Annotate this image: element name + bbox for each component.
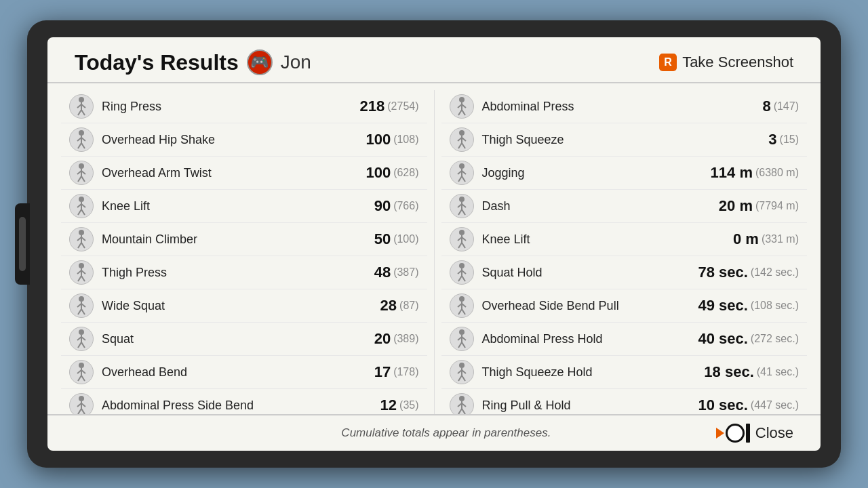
right-exercise-row: Jogging 114 m (6380 m) (441, 157, 808, 190)
svg-line-100 (458, 309, 462, 314)
left-exercise-row: Abdominal Press Side Bend 12 (35) (61, 389, 427, 414)
exercise-cumulative: (178) (393, 366, 418, 378)
exercise-value: 49 sec. (698, 297, 747, 314)
svg-line-40 (78, 309, 81, 314)
svg-point-48 (79, 363, 84, 368)
svg-point-102 (459, 329, 465, 335)
exercise-value: 50 (374, 230, 391, 248)
exercise-icon (450, 161, 474, 185)
svg-point-90 (459, 263, 465, 268)
exercise-icon (69, 161, 94, 185)
left-exercise-row: Thigh Press 48 (387) (61, 256, 427, 289)
left-exercise-row: Mountain Climber 50 (100) (61, 223, 427, 256)
exercise-name: Thigh Squeeze (482, 133, 769, 147)
svg-line-83 (462, 209, 465, 215)
exercise-icon (450, 94, 474, 119)
svg-line-35 (81, 276, 85, 281)
right-exercise-row: Overhead Side Bend Pull 49 sec. (108 sec… (441, 289, 808, 323)
svg-point-114 (459, 396, 465, 401)
close-label[interactable]: Close (755, 424, 793, 442)
svg-line-119 (462, 409, 465, 414)
right-exercise-row: Thigh Squeeze Hold 18 sec. (41 sec.) (441, 356, 808, 389)
right-exercise-row: Knee Lift 0 m (331 m) (441, 223, 808, 256)
right-exercise-row: Abdominal Press Hold 40 sec. (272 sec.) (441, 323, 808, 356)
svg-line-5 (81, 110, 85, 115)
svg-line-113 (462, 375, 465, 381)
exercise-value: 3 (768, 131, 776, 148)
screenshot-label[interactable]: Take Screenshot (682, 54, 793, 71)
svg-line-28 (78, 243, 81, 248)
svg-line-82 (458, 209, 462, 215)
exercise-cumulative: (41 sec.) (757, 366, 799, 378)
mario-icon: 🎮 (247, 49, 273, 75)
exercise-value: 100 (366, 164, 391, 182)
svg-line-34 (78, 276, 81, 281)
left-exercise-row: Overhead Hip Shake 100 (108) (61, 123, 427, 157)
svg-point-42 (79, 329, 84, 335)
screen: Today's Results 🎮 Jon R Take Screenshot (47, 37, 821, 451)
exercise-value: 78 sec. (698, 264, 747, 281)
exercise-cumulative: (147) (774, 100, 799, 113)
left-exercise-row: Squat 20 (389) (61, 323, 427, 356)
exercise-name: Jogging (482, 166, 711, 180)
exercise-cumulative: (15) (780, 134, 799, 146)
footer-note: Cumulative totals appear in parentheses. (176, 426, 716, 440)
svg-point-66 (459, 130, 465, 136)
exercise-cumulative: (87) (399, 300, 418, 312)
svg-line-106 (458, 342, 462, 348)
close-button[interactable]: Close (716, 424, 793, 443)
exercise-value: 218 (360, 98, 385, 115)
exercise-cumulative: (2754) (387, 100, 418, 113)
svg-line-118 (458, 409, 462, 414)
exercise-value: 20 m (719, 197, 753, 215)
header-right: R Take Screenshot (659, 54, 793, 71)
exercise-icon (69, 94, 94, 119)
svg-line-59 (81, 409, 85, 414)
right-exercise-row: Thigh Squeeze 3 (15) (441, 123, 808, 157)
svg-point-12 (79, 163, 84, 169)
exercise-icon (69, 194, 94, 218)
exercise-name: Overhead Side Bend Pull (482, 299, 698, 313)
exercise-name: Ring Press (102, 100, 360, 114)
svg-line-58 (78, 409, 81, 414)
svg-point-24 (79, 230, 84, 235)
exercise-name: Wide Squat (102, 299, 380, 313)
exercise-value: 0 m (733, 230, 759, 248)
svg-line-52 (78, 375, 81, 381)
exercise-icon (69, 293, 94, 318)
tablet: Today's Results 🎮 Jon R Take Screenshot (27, 20, 841, 468)
exercise-cumulative: (447 sec.) (751, 399, 799, 411)
svg-point-108 (459, 363, 465, 368)
exercise-value: 40 sec. (698, 330, 747, 348)
svg-line-70 (458, 143, 462, 148)
exercise-cumulative: (108) (393, 134, 418, 146)
footer: Cumulative totals appear in parentheses.… (47, 414, 821, 451)
exercise-icon (450, 327, 474, 351)
column-divider (434, 90, 435, 414)
svg-point-30 (79, 263, 84, 268)
exercise-cumulative: (35) (399, 399, 418, 411)
exercise-icon (69, 227, 94, 251)
exercise-name: Overhead Arm Twist (102, 166, 366, 180)
exercise-value: 90 (374, 197, 391, 215)
exercise-cumulative: (766) (393, 200, 418, 212)
left-exercise-row: Wide Squat 28 (87) (61, 289, 427, 323)
exercise-icon (450, 194, 474, 218)
svg-line-95 (462, 276, 465, 281)
svg-line-53 (81, 375, 85, 381)
svg-point-72 (459, 163, 465, 169)
exercise-icon (450, 260, 474, 285)
exercise-icon (69, 260, 94, 285)
exercise-name: Abdominal Press Side Bend (102, 399, 380, 413)
exercise-cumulative: (142 sec.) (751, 266, 799, 279)
exercise-value: 28 (380, 297, 397, 314)
header: Today's Results 🎮 Jon R Take Screenshot (47, 37, 821, 83)
exercise-name: Abdominal Press (482, 100, 763, 114)
svg-point-0 (79, 97, 84, 102)
exercise-name: Squat (102, 332, 374, 346)
exercise-icon (450, 360, 474, 384)
player-name: Jon (281, 52, 311, 73)
exercise-icon (69, 360, 94, 384)
right-column: Abdominal Press 8 (147) Thigh Squeeze 3 … (441, 90, 808, 414)
r-badge[interactable]: R (659, 54, 677, 71)
